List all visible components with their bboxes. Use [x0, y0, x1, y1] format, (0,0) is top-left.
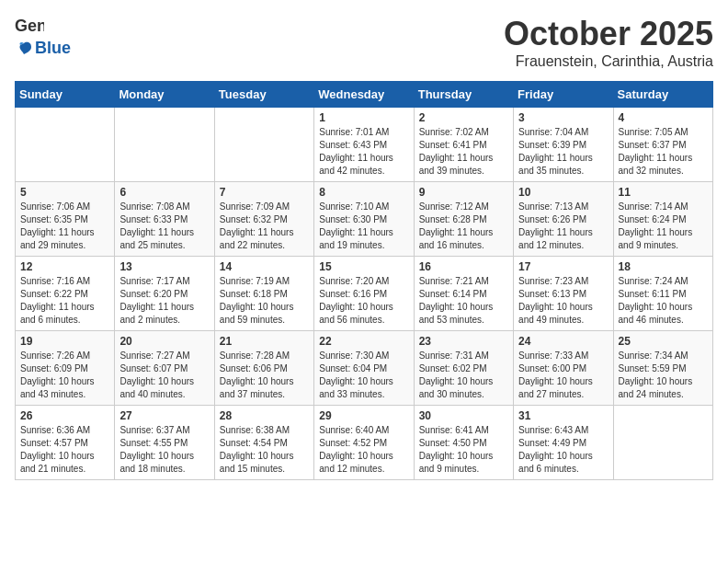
weekday-header: Friday: [514, 82, 613, 108]
calendar-day-cell: 17Sunrise: 7:23 AM Sunset: 6:13 PM Dayli…: [514, 257, 613, 331]
calendar-day-cell: [115, 108, 214, 182]
day-number: 31: [518, 409, 608, 422]
logo-icon: General: [15, 15, 44, 39]
day-number: 3: [518, 111, 608, 124]
day-number: 1: [319, 111, 408, 124]
day-info: Sunrise: 7:06 AM Sunset: 6:35 PM Dayligh…: [20, 201, 109, 252]
day-number: 10: [518, 186, 608, 199]
weekday-header: Wednesday: [314, 82, 414, 108]
day-number: 19: [20, 335, 109, 348]
day-info: Sunrise: 7:01 AM Sunset: 6:43 PM Dayligh…: [319, 126, 408, 178]
day-info: Sunrise: 7:19 AM Sunset: 6:18 PM Dayligh…: [220, 275, 309, 327]
month-title: October 2025: [504, 15, 713, 53]
calendar-day-cell: [214, 108, 313, 182]
weekday-header: Tuesday: [214, 82, 313, 108]
day-number: 28: [220, 409, 309, 422]
day-number: 2: [419, 111, 508, 124]
weekday-header: Saturday: [613, 82, 712, 108]
day-info: Sunrise: 7:02 AM Sunset: 6:41 PM Dayligh…: [419, 126, 508, 178]
calendar-week-row: 12Sunrise: 7:16 AM Sunset: 6:22 PM Dayli…: [16, 257, 713, 331]
title-area: October 2025 Frauenstein, Carinthia, Aus…: [504, 15, 713, 70]
logo-bird-icon: [15, 40, 33, 58]
calendar-day-cell: 5Sunrise: 7:06 AM Sunset: 6:35 PM Daylig…: [16, 182, 115, 257]
day-number: 12: [20, 260, 109, 273]
day-info: Sunrise: 7:14 AM Sunset: 6:24 PM Dayligh…: [619, 201, 708, 252]
day-info: Sunrise: 6:40 AM Sunset: 4:52 PM Dayligh…: [319, 424, 408, 476]
day-number: 9: [419, 186, 508, 199]
calendar-week-row: 5Sunrise: 7:06 AM Sunset: 6:35 PM Daylig…: [16, 182, 713, 257]
day-number: 11: [619, 186, 708, 199]
day-number: 27: [119, 409, 209, 422]
day-number: 25: [619, 335, 708, 348]
day-info: Sunrise: 7:30 AM Sunset: 6:04 PM Dayligh…: [319, 350, 408, 401]
day-info: Sunrise: 7:16 AM Sunset: 6:22 PM Dayligh…: [20, 275, 109, 327]
calendar-week-row: 26Sunrise: 6:36 AM Sunset: 4:57 PM Dayli…: [16, 406, 713, 480]
calendar-day-cell: 12Sunrise: 7:16 AM Sunset: 6:22 PM Dayli…: [16, 257, 115, 331]
calendar-day-cell: 26Sunrise: 6:36 AM Sunset: 4:57 PM Dayli…: [16, 406, 115, 480]
calendar-day-cell: 14Sunrise: 7:19 AM Sunset: 6:18 PM Dayli…: [214, 257, 313, 331]
calendar-day-cell: 16Sunrise: 7:21 AM Sunset: 6:14 PM Dayli…: [414, 257, 513, 331]
day-number: 23: [419, 335, 508, 348]
day-number: 4: [619, 111, 708, 124]
day-number: 7: [220, 186, 309, 199]
day-info: Sunrise: 6:37 AM Sunset: 4:55 PM Dayligh…: [119, 424, 209, 476]
day-number: 24: [518, 335, 608, 348]
day-number: 15: [319, 260, 408, 273]
calendar-day-cell: 6Sunrise: 7:08 AM Sunset: 6:33 PM Daylig…: [115, 182, 214, 257]
calendar-table: SundayMondayTuesdayWednesdayThursdayFrid…: [15, 81, 713, 480]
day-info: Sunrise: 7:24 AM Sunset: 6:11 PM Dayligh…: [619, 275, 708, 327]
calendar-week-row: 1Sunrise: 7:01 AM Sunset: 6:43 PM Daylig…: [16, 108, 713, 182]
day-number: 14: [220, 260, 309, 273]
location-text: Frauenstein, Carinthia, Austria: [504, 53, 713, 70]
calendar-day-cell: 7Sunrise: 7:09 AM Sunset: 6:32 PM Daylig…: [214, 182, 313, 257]
calendar-day-cell: 24Sunrise: 7:33 AM Sunset: 6:00 PM Dayli…: [514, 331, 613, 406]
calendar-day-cell: 23Sunrise: 7:31 AM Sunset: 6:02 PM Dayli…: [414, 331, 513, 406]
calendar-day-cell: 27Sunrise: 6:37 AM Sunset: 4:55 PM Dayli…: [115, 406, 214, 480]
calendar-day-cell: [16, 108, 115, 182]
day-info: Sunrise: 7:34 AM Sunset: 5:59 PM Dayligh…: [619, 350, 708, 401]
day-info: Sunrise: 7:28 AM Sunset: 6:06 PM Dayligh…: [220, 350, 309, 401]
day-info: Sunrise: 7:23 AM Sunset: 6:13 PM Dayligh…: [518, 275, 608, 327]
day-number: 17: [518, 260, 608, 273]
day-info: Sunrise: 7:17 AM Sunset: 6:20 PM Dayligh…: [119, 275, 209, 327]
day-number: 26: [20, 409, 109, 422]
day-info: Sunrise: 7:10 AM Sunset: 6:30 PM Dayligh…: [319, 201, 408, 252]
calendar-day-cell: 2Sunrise: 7:02 AM Sunset: 6:41 PM Daylig…: [414, 108, 513, 182]
day-info: Sunrise: 7:27 AM Sunset: 6:07 PM Dayligh…: [119, 350, 209, 401]
calendar-day-cell: 18Sunrise: 7:24 AM Sunset: 6:11 PM Dayli…: [613, 257, 712, 331]
calendar-day-cell: 11Sunrise: 7:14 AM Sunset: 6:24 PM Dayli…: [613, 182, 712, 257]
calendar-day-cell: 15Sunrise: 7:20 AM Sunset: 6:16 PM Dayli…: [314, 257, 414, 331]
calendar-day-cell: 30Sunrise: 6:41 AM Sunset: 4:50 PM Dayli…: [414, 406, 513, 480]
day-info: Sunrise: 7:33 AM Sunset: 6:00 PM Dayligh…: [518, 350, 608, 401]
logo: General Blue: [15, 15, 71, 58]
calendar-day-cell: 25Sunrise: 7:34 AM Sunset: 5:59 PM Dayli…: [613, 331, 712, 406]
day-info: Sunrise: 7:26 AM Sunset: 6:09 PM Dayligh…: [20, 350, 109, 401]
weekday-header: Thursday: [414, 82, 513, 108]
logo-blue-text: Blue: [35, 39, 71, 58]
day-number: 21: [220, 335, 309, 348]
calendar-day-cell: 19Sunrise: 7:26 AM Sunset: 6:09 PM Dayli…: [16, 331, 115, 406]
day-info: Sunrise: 7:20 AM Sunset: 6:16 PM Dayligh…: [319, 275, 408, 327]
calendar-day-cell: 21Sunrise: 7:28 AM Sunset: 6:06 PM Dayli…: [214, 331, 313, 406]
calendar-day-cell: 28Sunrise: 6:38 AM Sunset: 4:54 PM Dayli…: [214, 406, 313, 480]
day-info: Sunrise: 7:09 AM Sunset: 6:32 PM Dayligh…: [220, 201, 309, 252]
day-info: Sunrise: 7:05 AM Sunset: 6:37 PM Dayligh…: [619, 126, 708, 178]
weekday-header: Monday: [115, 82, 214, 108]
day-number: 6: [119, 186, 209, 199]
calendar-day-cell: 22Sunrise: 7:30 AM Sunset: 6:04 PM Dayli…: [314, 331, 414, 406]
day-number: 5: [20, 186, 109, 199]
calendar-day-cell: 31Sunrise: 6:43 AM Sunset: 4:49 PM Dayli…: [514, 406, 613, 480]
day-info: Sunrise: 7:12 AM Sunset: 6:28 PM Dayligh…: [419, 201, 508, 252]
day-number: 29: [319, 409, 408, 422]
weekday-header-row: SundayMondayTuesdayWednesdayThursdayFrid…: [16, 82, 713, 108]
calendar-day-cell: 29Sunrise: 6:40 AM Sunset: 4:52 PM Dayli…: [314, 406, 414, 480]
day-info: Sunrise: 6:36 AM Sunset: 4:57 PM Dayligh…: [20, 424, 109, 476]
calendar-day-cell: 9Sunrise: 7:12 AM Sunset: 6:28 PM Daylig…: [414, 182, 513, 257]
day-info: Sunrise: 7:04 AM Sunset: 6:39 PM Dayligh…: [518, 126, 608, 178]
day-info: Sunrise: 7:08 AM Sunset: 6:33 PM Dayligh…: [119, 201, 209, 252]
day-info: Sunrise: 6:41 AM Sunset: 4:50 PM Dayligh…: [419, 424, 508, 476]
page-header: General Blue October 2025 Frauenstein, C…: [15, 15, 713, 70]
calendar-week-row: 19Sunrise: 7:26 AM Sunset: 6:09 PM Dayli…: [16, 331, 713, 406]
day-info: Sunrise: 7:21 AM Sunset: 6:14 PM Dayligh…: [419, 275, 508, 327]
day-number: 8: [319, 186, 408, 199]
